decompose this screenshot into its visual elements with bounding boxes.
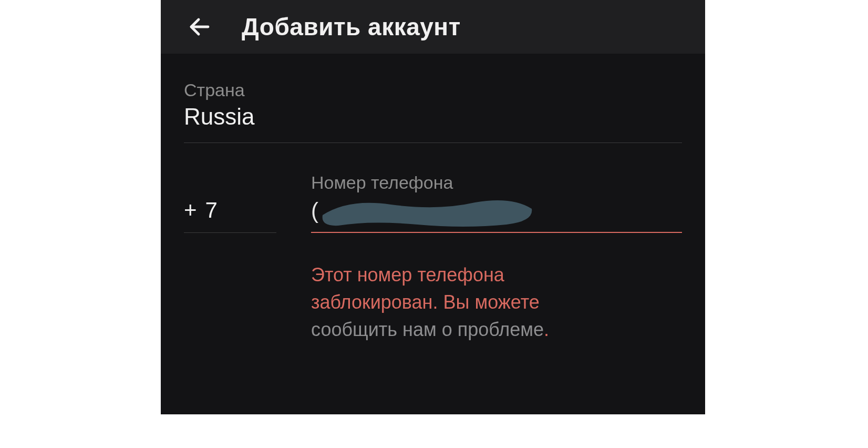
error-text-line2b: Вы можете <box>443 291 540 313</box>
appbar-title: Добавить аккаунт <box>242 13 461 41</box>
error-text-line1: Этот номер телефона <box>311 264 504 286</box>
phone-number-input[interactable] <box>321 198 682 223</box>
app-bar: Добавить аккаунт <box>161 0 705 54</box>
report-problem-link[interactable]: сообщить нам о проблеме <box>311 319 544 340</box>
error-message: Этот номер телефона заблокирован. Вы мож… <box>311 261 682 344</box>
open-paren: ( <box>311 198 318 223</box>
error-text-line2a: заблокирован. <box>311 291 443 313</box>
add-account-screen: Добавить аккаунт Страна Russia + Номер т… <box>161 0 705 414</box>
country-label: Страна <box>184 80 682 100</box>
phone-number-input-wrap: ( <box>311 198 682 233</box>
back-button[interactable] <box>184 11 215 43</box>
arrow-left-icon <box>187 14 212 39</box>
phone-number-label: Номер телефона <box>311 172 682 193</box>
error-dot: . <box>544 319 549 340</box>
plus-sign: + <box>184 198 197 223</box>
country-select[interactable]: Страна Russia <box>184 80 682 143</box>
country-code-input[interactable] <box>205 198 258 223</box>
phone-row: + Номер телефона ( <box>184 172 682 233</box>
country-code-field[interactable]: + <box>184 198 276 233</box>
phone-number-field: Номер телефона ( <box>311 172 682 233</box>
form-area: Страна Russia + Номер телефона ( Это <box>161 54 705 344</box>
country-value: Russia <box>184 104 682 130</box>
